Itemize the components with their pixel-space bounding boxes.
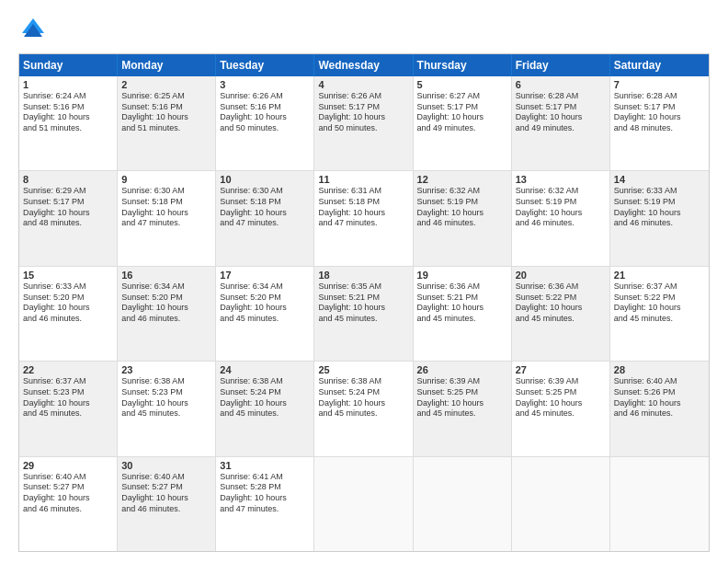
day-number: 26 <box>417 364 507 375</box>
header-day-sunday: Sunday <box>19 54 118 76</box>
calendar-cell-17: 17Sunrise: 6:34 AMSunset: 5:20 PMDayligh… <box>216 267 314 361</box>
cell-info: Sunrise: 6:33 AMSunset: 5:19 PMDaylight:… <box>614 186 705 229</box>
calendar-cell-22: 22Sunrise: 6:37 AMSunset: 5:23 PMDayligh… <box>19 362 118 455</box>
cell-info: Sunrise: 6:35 AMSunset: 5:21 PMDaylight:… <box>318 282 408 325</box>
calendar-cell-25: 25Sunrise: 6:38 AMSunset: 5:24 PMDayligh… <box>314 362 413 455</box>
cell-info: Sunrise: 6:40 AMSunset: 5:27 PMDaylight:… <box>121 472 211 515</box>
day-number: 24 <box>220 364 310 375</box>
day-number: 27 <box>516 364 606 375</box>
calendar-cell-21: 21Sunrise: 6:37 AMSunset: 5:22 PMDayligh… <box>610 267 709 361</box>
calendar-cell-20: 20Sunrise: 6:36 AMSunset: 5:22 PMDayligh… <box>512 267 610 361</box>
calendar-header: SundayMondayTuesdayWednesdayThursdayFrid… <box>19 54 709 76</box>
day-number: 10 <box>220 174 310 185</box>
day-number: 23 <box>121 364 211 375</box>
day-number: 29 <box>23 460 113 471</box>
calendar-cell-30: 30Sunrise: 6:40 AMSunset: 5:27 PMDayligh… <box>118 457 216 551</box>
cell-info: Sunrise: 6:37 AMSunset: 5:22 PMDaylight:… <box>614 282 705 325</box>
page: SundayMondayTuesdayWednesdayThursdayFrid… <box>0 0 728 563</box>
day-number: 16 <box>121 270 211 281</box>
calendar-cell-19: 19Sunrise: 6:36 AMSunset: 5:21 PMDayligh… <box>414 267 512 361</box>
calendar-cell-9: 9Sunrise: 6:30 AMSunset: 5:18 PMDaylight… <box>118 171 216 265</box>
cell-info: Sunrise: 6:26 AMSunset: 5:17 PMDaylight:… <box>318 91 408 134</box>
calendar-cell-3: 3Sunrise: 6:26 AMSunset: 5:16 PMDaylight… <box>216 76 314 170</box>
day-number: 30 <box>121 460 211 471</box>
calendar-cell-empty <box>610 457 709 551</box>
calendar-cell-7: 7Sunrise: 6:28 AMSunset: 5:17 PMDaylight… <box>610 76 709 170</box>
day-number: 2 <box>121 79 211 90</box>
calendar: SundayMondayTuesdayWednesdayThursdayFrid… <box>18 53 710 552</box>
cell-info: Sunrise: 6:31 AMSunset: 5:18 PMDaylight:… <box>318 186 408 229</box>
header-day-saturday: Saturday <box>610 54 709 76</box>
calendar-cell-18: 18Sunrise: 6:35 AMSunset: 5:21 PMDayligh… <box>314 267 413 361</box>
calendar-cell-26: 26Sunrise: 6:39 AMSunset: 5:25 PMDayligh… <box>414 362 512 455</box>
day-number: 22 <box>23 364 113 375</box>
calendar-cell-15: 15Sunrise: 6:33 AMSunset: 5:20 PMDayligh… <box>19 267 118 361</box>
header-day-monday: Monday <box>118 54 216 76</box>
cell-info: Sunrise: 6:38 AMSunset: 5:24 PMDaylight:… <box>318 376 408 419</box>
day-number: 18 <box>318 270 408 281</box>
calendar-cell-23: 23Sunrise: 6:38 AMSunset: 5:23 PMDayligh… <box>118 362 216 455</box>
cell-info: Sunrise: 6:32 AMSunset: 5:19 PMDaylight:… <box>516 186 606 229</box>
calendar-cell-1: 1Sunrise: 6:24 AMSunset: 5:16 PMDaylight… <box>19 76 118 170</box>
calendar-cell-empty <box>512 457 610 551</box>
calendar-cell-31: 31Sunrise: 6:41 AMSunset: 5:28 PMDayligh… <box>216 457 314 551</box>
calendar-cell-12: 12Sunrise: 6:32 AMSunset: 5:19 PMDayligh… <box>414 171 512 265</box>
cell-info: Sunrise: 6:38 AMSunset: 5:24 PMDaylight:… <box>220 376 310 419</box>
cell-info: Sunrise: 6:26 AMSunset: 5:16 PMDaylight:… <box>220 91 310 134</box>
day-number: 11 <box>318 174 408 185</box>
calendar-cell-empty <box>314 457 413 551</box>
calendar-cell-8: 8Sunrise: 6:29 AMSunset: 5:17 PMDaylight… <box>19 171 118 265</box>
cell-info: Sunrise: 6:27 AMSunset: 5:17 PMDaylight:… <box>417 91 507 134</box>
cell-info: Sunrise: 6:40 AMSunset: 5:26 PMDaylight:… <box>614 376 705 419</box>
day-number: 25 <box>318 364 408 375</box>
day-number: 19 <box>417 270 507 281</box>
calendar-row-3: 15Sunrise: 6:33 AMSunset: 5:20 PMDayligh… <box>19 267 709 362</box>
cell-info: Sunrise: 6:40 AMSunset: 5:27 PMDaylight:… <box>23 472 113 515</box>
day-number: 20 <box>516 270 606 281</box>
logo-icon <box>18 15 48 44</box>
cell-info: Sunrise: 6:34 AMSunset: 5:20 PMDaylight:… <box>220 282 310 325</box>
calendar-cell-4: 4Sunrise: 6:26 AMSunset: 5:17 PMDaylight… <box>314 76 413 170</box>
calendar-cell-10: 10Sunrise: 6:30 AMSunset: 5:18 PMDayligh… <box>216 171 314 265</box>
calendar-cell-24: 24Sunrise: 6:38 AMSunset: 5:24 PMDayligh… <box>216 362 314 455</box>
day-number: 9 <box>121 174 211 185</box>
day-number: 17 <box>220 270 310 281</box>
calendar-cell-13: 13Sunrise: 6:32 AMSunset: 5:19 PMDayligh… <box>512 171 610 265</box>
day-number: 8 <box>23 174 113 185</box>
calendar-cell-16: 16Sunrise: 6:34 AMSunset: 5:20 PMDayligh… <box>118 267 216 361</box>
day-number: 1 <box>23 79 113 90</box>
calendar-row-2: 8Sunrise: 6:29 AMSunset: 5:17 PMDaylight… <box>19 171 709 266</box>
calendar-cell-2: 2Sunrise: 6:25 AMSunset: 5:16 PMDaylight… <box>118 76 216 170</box>
day-number: 13 <box>516 174 606 185</box>
calendar-cell-14: 14Sunrise: 6:33 AMSunset: 5:19 PMDayligh… <box>610 171 709 265</box>
day-number: 31 <box>220 460 310 471</box>
cell-info: Sunrise: 6:32 AMSunset: 5:19 PMDaylight:… <box>417 186 507 229</box>
calendar-cell-29: 29Sunrise: 6:40 AMSunset: 5:27 PMDayligh… <box>19 457 118 551</box>
header-day-friday: Friday <box>512 54 610 76</box>
cell-info: Sunrise: 6:37 AMSunset: 5:23 PMDaylight:… <box>23 376 113 419</box>
day-number: 21 <box>614 270 705 281</box>
cell-info: Sunrise: 6:41 AMSunset: 5:28 PMDaylight:… <box>220 472 310 515</box>
cell-info: Sunrise: 6:28 AMSunset: 5:17 PMDaylight:… <box>614 91 705 134</box>
day-number: 14 <box>614 174 705 185</box>
cell-info: Sunrise: 6:36 AMSunset: 5:21 PMDaylight:… <box>417 282 507 325</box>
day-number: 3 <box>220 79 310 90</box>
cell-info: Sunrise: 6:25 AMSunset: 5:16 PMDaylight:… <box>121 91 211 134</box>
calendar-cell-11: 11Sunrise: 6:31 AMSunset: 5:18 PMDayligh… <box>314 171 413 265</box>
day-number: 12 <box>417 174 507 185</box>
header-day-tuesday: Tuesday <box>216 54 314 76</box>
cell-info: Sunrise: 6:29 AMSunset: 5:17 PMDaylight:… <box>23 186 113 229</box>
logo <box>18 15 51 44</box>
day-number: 6 <box>516 79 606 90</box>
calendar-body: 1Sunrise: 6:24 AMSunset: 5:16 PMDaylight… <box>19 76 709 551</box>
calendar-cell-6: 6Sunrise: 6:28 AMSunset: 5:17 PMDaylight… <box>512 76 610 170</box>
day-number: 4 <box>318 79 408 90</box>
calendar-cell-28: 28Sunrise: 6:40 AMSunset: 5:26 PMDayligh… <box>610 362 709 455</box>
day-number: 7 <box>614 79 705 90</box>
header-day-thursday: Thursday <box>414 54 512 76</box>
calendar-row-4: 22Sunrise: 6:37 AMSunset: 5:23 PMDayligh… <box>19 362 709 456</box>
day-number: 5 <box>417 79 507 90</box>
cell-info: Sunrise: 6:39 AMSunset: 5:25 PMDaylight:… <box>417 376 507 419</box>
cell-info: Sunrise: 6:39 AMSunset: 5:25 PMDaylight:… <box>516 376 606 419</box>
day-number: 15 <box>23 270 113 281</box>
